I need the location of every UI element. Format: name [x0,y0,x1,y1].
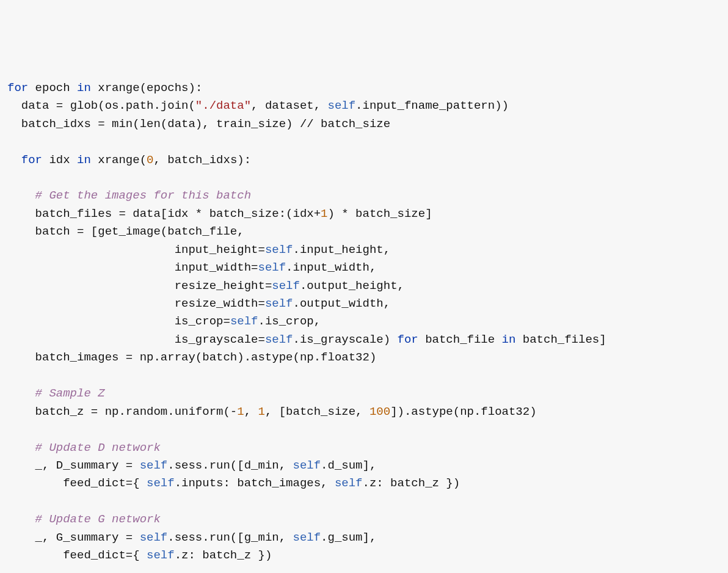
indent [7,547,63,564]
token-plain: .output_width, [293,297,391,310]
token-plain: batch_files = data[idx * batch_size:(idx… [35,207,321,221]
token-slf: self [265,333,293,346]
code-line: resize_width=self.output_width, [7,295,721,313]
token-num: 1 [321,207,327,221]
code-line: _, D_summary = self.sess.run([d_min, sel… [7,457,721,475]
token-plain: .sess.run([g_min, [167,531,293,544]
indent [7,331,175,349]
token-plain: is_grayscale= [175,333,265,346]
token-plain: , dataset, [251,99,327,112]
token-slf: self [265,297,293,310]
token-plain: batch = [get_image(batch_file, [35,225,244,238]
code-line: is_crop=self.is_crop, [7,313,721,330]
token-slf: self [272,279,300,293]
token-kw: in [77,81,91,95]
token-com: # Update D network [35,441,161,454]
code-line: data = glob(os.path.join("./data", datas… [7,97,721,115]
token-plain: input_width= [175,261,258,274]
token-plain: , [244,405,258,418]
token-slf: self [147,549,175,562]
token-plain: .is_crop, [258,315,321,328]
indent [7,529,35,547]
token-kw: for [7,81,28,95]
token-plain: feed_dict={ [63,476,147,490]
token-plain: batch_images = np.array(batch).astype(np… [35,351,377,364]
token-plain: ) * batch_size] [328,207,432,221]
code-block: for epoch in xrange(epochs): data = glob… [7,79,721,573]
code-line [7,493,721,511]
indent [7,511,35,528]
token-kw: in [77,153,91,167]
token-kw: in [502,333,516,346]
token-kw: for [398,333,418,346]
indent [7,97,21,115]
indent [7,151,21,169]
code-line [7,565,721,573]
token-plain: _, G_summary = [35,531,140,544]
token-plain: .input_height, [293,243,391,257]
code-line [7,367,721,385]
token-plain: ]).astype(np.float32) [390,405,536,418]
token-slf: self [328,99,356,112]
code-line: for epoch in xrange(epochs): [7,79,721,97]
indent [7,205,35,223]
token-plain: .output_height, [300,279,404,293]
code-line: # Update D network [7,439,721,457]
code-line: resize_height=self.output_height, [7,277,721,295]
token-num: 1 [258,405,264,418]
token-plain: resize_width= [175,297,265,310]
code-line: # Get the images for this batch [7,187,721,205]
code-line: # Update G network [7,511,721,528]
token-slf: self [265,243,293,257]
indent [7,241,175,259]
code-line: for idx in xrange(0, batch_idxs): [7,151,721,169]
code-line: _, G_summary = self.sess.run([g_min, sel… [7,529,721,547]
token-plain: , [batch_size, [265,405,369,418]
token-slf: self [258,261,286,274]
indent [7,349,35,367]
token-slf: self [293,459,321,472]
token-num: 100 [369,405,390,418]
token-plain: epoch [28,81,77,95]
code-line [7,133,721,151]
code-line [7,169,721,187]
code-line: batch_idxs = min(len(data), train_size) … [7,115,721,133]
indent [7,223,35,241]
token-plain: batch_files] [515,333,606,346]
indent [7,259,175,277]
indent [7,277,175,295]
token-plain: resize_height= [175,279,272,293]
token-plain: idx [42,153,77,167]
token-plain: .z: batch_z }) [175,549,272,562]
token-plain: .g_sum], [321,531,376,544]
token-kw: for [21,153,42,167]
token-num: 1 [237,405,244,418]
token-plain: xrange( [91,153,147,167]
code-line: batch_files = data[idx * batch_size:(idx… [7,205,721,223]
code-line: # Sample Z [7,385,721,403]
code-line: input_height=self.input_height, [7,241,721,259]
indent [7,475,63,492]
token-com: # Get the images for this batch [35,189,251,202]
token-slf: self [230,315,258,328]
code-line: batch_images = np.array(batch).astype(np… [7,349,721,367]
code-line: batch_z = np.random.uniform(-1, 1, [batc… [7,403,721,421]
code-line: is_grayscale=self.is_grayscale) for batc… [7,331,721,349]
token-plain: batch_idxs = min(len(data), train_size) … [21,117,390,131]
token-plain: .sess.run([d_min, [167,459,293,472]
token-plain: _, D_summary = [35,459,140,472]
token-plain: batch_z = np.random.uniform(- [35,405,238,418]
token-com: # Sample Z [35,387,105,400]
token-plain: .z: batch_z }) [363,476,460,490]
token-slf: self [293,531,321,544]
token-plain: .input_width, [286,261,376,274]
token-plain: .d_sum], [321,459,376,472]
token-slf: self [140,531,168,544]
indent [7,115,21,133]
token-plain: .inputs: batch_images, [175,476,335,490]
token-plain: xrange(epochs): [91,81,202,95]
token-slf: self [335,476,363,490]
code-line: input_width=self.input_width, [7,259,721,277]
indent [7,403,35,421]
token-plain: .input_fname_pattern)) [355,99,509,112]
